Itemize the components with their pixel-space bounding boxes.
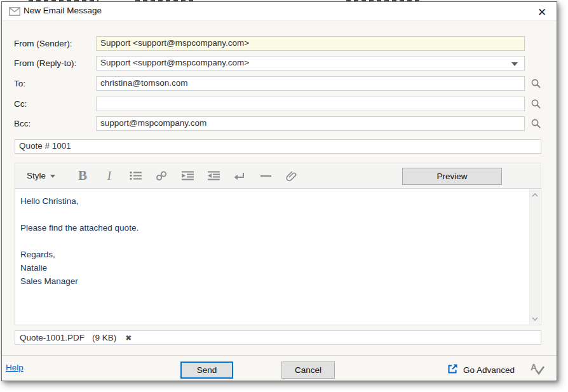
attachment-bar: Quote-1001.PDF (9 KB) ✖	[15, 330, 541, 345]
paperclip-icon[interactable]	[282, 166, 301, 186]
link-icon[interactable]	[152, 166, 171, 186]
line-break-icon[interactable]	[230, 166, 249, 186]
from-reply-to-value: Support <support@mspcompany.com>	[100, 58, 249, 67]
close-icon[interactable]: ✕	[534, 4, 550, 20]
from-reply-to-label: From (Reply-to):	[14, 58, 76, 68]
preview-button[interactable]: Preview	[402, 168, 502, 185]
horizontal-rule-icon[interactable]	[256, 166, 275, 186]
cc-field[interactable]	[96, 97, 525, 111]
cancel-button[interactable]: Cancel	[281, 362, 335, 379]
subject-field[interactable]: Quote # 1001	[15, 139, 541, 154]
to-label: To:	[14, 79, 25, 88]
dialog-title: New Email Message	[24, 6, 102, 15]
spell-check-icon[interactable]: A	[529, 362, 546, 377]
footer-divider	[2, 355, 557, 356]
bcc-field[interactable]: support@mspcompany.com	[96, 116, 525, 131]
email-envelope-icon	[9, 7, 20, 18]
from-sender-label: From (Sender):	[14, 39, 72, 48]
italic-button[interactable]: I	[100, 166, 119, 186]
bcc-search-icon[interactable]	[529, 116, 543, 131]
scroll-up-icon[interactable]	[530, 189, 540, 200]
new-email-dialog: New Email Message ✕ From (Sender): Suppo…	[1, 1, 557, 381]
editor-scrollbar[interactable]	[529, 189, 540, 324]
from-sender-field[interactable]: Support <support@mspcompany.com>	[96, 36, 525, 51]
style-dropdown[interactable]: Style	[27, 171, 55, 180]
from-reply-to-select[interactable]: Support <support@mspcompany.com>	[96, 56, 525, 71]
remove-attachment-icon[interactable]: ✖	[125, 334, 132, 342]
bcc-label: Bcc:	[14, 119, 30, 128]
to-field[interactable]: christina@tomson.com	[96, 76, 525, 91]
to-search-icon[interactable]	[529, 76, 543, 91]
message-body-text[interactable]: Hello Christina, Please find the attache…	[15, 189, 529, 325]
chevron-down-icon[interactable]	[511, 62, 518, 66]
attachment-size: (9 KB)	[92, 333, 116, 342]
message-body-editor[interactable]: Hello Christina, Please find the attache…	[15, 188, 541, 325]
chevron-down-icon	[50, 175, 55, 178]
attachment-filename: Quote-1001.PDF	[20, 333, 85, 342]
cc-search-icon[interactable]	[529, 97, 543, 111]
send-button[interactable]: Send	[180, 362, 233, 379]
go-advanced-label: Go Advanced	[463, 365, 515, 375]
bold-button[interactable]: B	[73, 166, 92, 186]
external-link-icon	[447, 363, 458, 377]
indent-icon[interactable]	[178, 166, 197, 186]
style-dropdown-label: Style	[27, 171, 46, 180]
bullet-list-icon[interactable]	[126, 166, 145, 186]
go-advanced-link[interactable]: Go Advanced	[447, 363, 515, 377]
scroll-down-icon[interactable]	[530, 313, 540, 324]
help-link[interactable]: Help	[6, 363, 24, 372]
dialog-titlebar: New Email Message ✕	[2, 2, 557, 21]
outdent-icon[interactable]	[204, 166, 223, 186]
editor-toolbar: Style B I	[15, 163, 541, 189]
cc-label: Cc:	[14, 99, 27, 109]
